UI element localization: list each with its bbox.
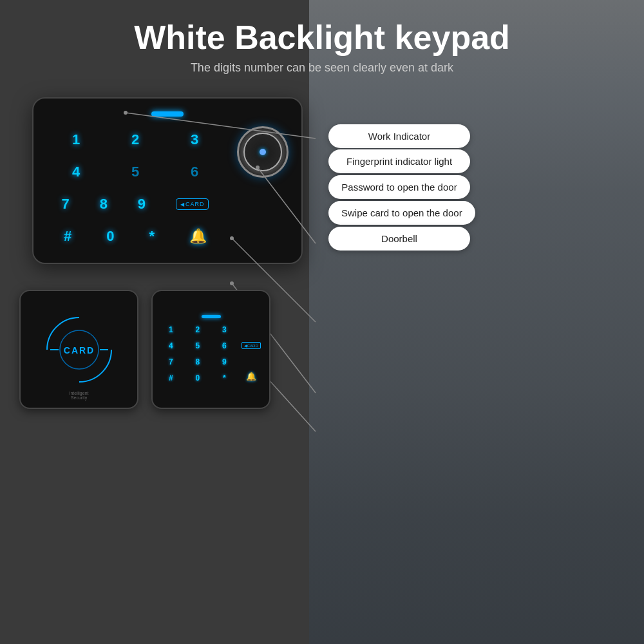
key-8[interactable]: 8 xyxy=(100,191,108,218)
header-section: White Backlight keypad The digits number… xyxy=(0,0,644,84)
sk-1: 1 xyxy=(159,323,183,336)
card-key-icon[interactable]: ◀ CARD xyxy=(176,198,209,210)
small-keypad-content: 1 2 3 4 5 6 ◀CARD 7 8 9 # 0 * xyxy=(153,308,269,391)
card-reader-device: CARD IntelligentSecurity xyxy=(19,290,138,409)
key-1[interactable]: 1 xyxy=(72,126,80,153)
sk-4: 4 xyxy=(159,339,183,352)
sk-9: 9 xyxy=(213,355,236,368)
sk-empty1 xyxy=(240,323,263,336)
sk-2: 2 xyxy=(186,323,210,336)
fingerprint-dot xyxy=(260,149,266,155)
small-keypad-device: 1 2 3 4 5 6 ◀CARD 7 8 9 # 0 * xyxy=(151,290,270,409)
small-keypad-grid: 1 2 3 4 5 6 ◀CARD 7 8 9 # 0 * xyxy=(159,323,263,384)
page-title: White Backlight keypad xyxy=(13,19,631,56)
fingerprint-sensor xyxy=(237,126,289,178)
fingerprint-label: Fingerprint indicator light xyxy=(328,149,470,173)
sk-6: 6 xyxy=(213,339,236,352)
key-5[interactable]: 5 xyxy=(131,158,139,185)
key-9[interactable]: 9 xyxy=(138,191,146,218)
password-label: Password to open the door xyxy=(328,175,470,199)
main-keypad: 1 2 3 4 5 6 7 8 xyxy=(32,97,303,264)
key-hash[interactable]: # xyxy=(64,223,71,250)
key-2[interactable]: 2 xyxy=(131,126,139,153)
sk-star: * xyxy=(213,372,236,384)
sk-8: 8 xyxy=(186,355,210,368)
svg-text:CARD: CARD xyxy=(63,345,94,355)
bell-key[interactable]: 🔔 xyxy=(189,228,207,245)
small-work-indicator xyxy=(202,315,221,318)
sk-empty2 xyxy=(240,355,263,368)
key-6[interactable]: 6 xyxy=(191,158,198,185)
sk-7: 7 xyxy=(159,355,183,368)
page-subtitle: The digits number can be seen clearly ev… xyxy=(13,61,631,75)
sk-3: 3 xyxy=(213,323,236,336)
key-0[interactable]: 0 xyxy=(106,223,114,250)
left-side: 1 2 3 4 5 6 7 8 xyxy=(19,97,316,264)
key-star[interactable]: * xyxy=(149,223,155,250)
card-reader-svg: CARD xyxy=(34,305,124,395)
swipe-card-label: Swipe card to open the door xyxy=(328,201,475,225)
doorbell-label: Doorbell xyxy=(328,227,470,251)
sk-hash: # xyxy=(159,372,183,384)
intelligent-security-label: IntelligentSecurity xyxy=(70,391,89,400)
fingerprint-inner xyxy=(243,133,282,171)
key-4[interactable]: 4 xyxy=(72,158,80,185)
work-indicator-light xyxy=(151,111,184,117)
bottom-devices-section: CARD IntelligentSecurity 1 2 xyxy=(0,277,644,422)
sk-0: 0 xyxy=(186,372,210,384)
content-area: 1 2 3 4 5 6 7 8 xyxy=(0,84,644,277)
key-3[interactable]: 3 xyxy=(191,126,198,153)
work-indicator-label: Work Indicator xyxy=(328,124,470,148)
card-reader-content: CARD IntelligentSecurity xyxy=(21,291,137,408)
right-side: Work Indicator Fingerprint indicator lig… xyxy=(328,97,625,264)
sk-5: 5 xyxy=(186,339,210,352)
key-7[interactable]: 7 xyxy=(61,191,69,218)
